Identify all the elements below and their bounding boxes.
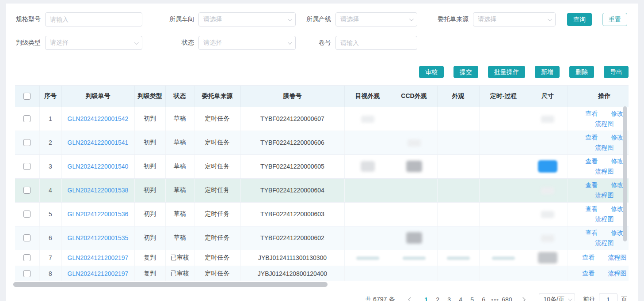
order-no-link[interactable]: GLN20241220001538 bbox=[61, 178, 134, 202]
query-button[interactable]: 查询 bbox=[567, 13, 592, 26]
roll-no-input[interactable] bbox=[340, 39, 412, 46]
col-index: 序号 bbox=[39, 86, 61, 107]
view-link[interactable]: 查看 bbox=[582, 254, 594, 262]
order-no-link[interactable]: GLN20241220001536 bbox=[61, 202, 134, 226]
order-no-link[interactable]: GLN20241220001541 bbox=[61, 131, 134, 154]
next-page-icon[interactable] bbox=[520, 297, 525, 301]
page-number-6[interactable]: 6 bbox=[478, 296, 489, 301]
status-cell: 已审核 bbox=[165, 250, 194, 266]
page-number-3[interactable]: 3 bbox=[443, 296, 455, 301]
view-link[interactable]: 查看 bbox=[585, 229, 598, 237]
row-checkbox[interactable] bbox=[23, 163, 30, 170]
status-select[interactable]: 请选择 bbox=[198, 36, 296, 50]
visual-cell bbox=[344, 178, 391, 202]
flowchart-link[interactable]: 流程图 bbox=[595, 215, 614, 223]
chevron-down-icon bbox=[548, 17, 552, 21]
order-source-placeholder: 请选择 bbox=[478, 15, 545, 23]
flowchart-link[interactable]: 流程图 bbox=[608, 270, 626, 278]
visual-cell bbox=[344, 266, 391, 281]
horizontal-scrollbar[interactable] bbox=[13, 282, 328, 287]
size-cell bbox=[528, 107, 568, 131]
grade-type-label: 判级类型 bbox=[13, 39, 41, 47]
flowchart-link[interactable]: 流程图 bbox=[595, 192, 614, 199]
page-size-select[interactable]: 10条/页 bbox=[539, 293, 575, 301]
page-number-4[interactable]: 4 bbox=[455, 296, 466, 301]
timing-status-blob bbox=[492, 256, 515, 260]
view-link[interactable]: 查看 bbox=[585, 134, 598, 142]
batch-operation-button[interactable]: 批量操作 bbox=[488, 66, 525, 78]
edit-link[interactable]: 修改 bbox=[611, 134, 623, 142]
page-number-last[interactable]: 680 bbox=[501, 296, 513, 301]
row-checkbox[interactable] bbox=[23, 270, 30, 277]
order-no-link[interactable]: GLN20241220001542 bbox=[61, 107, 134, 131]
view-link[interactable]: 查看 bbox=[582, 270, 594, 278]
row-checkbox[interactable] bbox=[23, 139, 30, 146]
row-checkbox[interactable] bbox=[23, 187, 30, 194]
page-ellipsis[interactable]: ••• bbox=[489, 296, 501, 301]
edit-link[interactable]: 修改 bbox=[611, 205, 623, 213]
ccd-cell bbox=[391, 202, 437, 226]
status-label: 状态 bbox=[167, 39, 194, 47]
appearance-cell bbox=[437, 178, 479, 202]
view-link[interactable]: 查看 bbox=[585, 205, 598, 213]
edit-link[interactable]: 修改 bbox=[611, 110, 623, 118]
vertical-scrollbar[interactable] bbox=[623, 106, 627, 241]
col-operation: 操作 bbox=[568, 86, 629, 107]
roll-no-cell: TYBF02241220000607 bbox=[240, 107, 344, 131]
flowchart-link[interactable]: 流程图 bbox=[595, 168, 614, 176]
size-cell bbox=[528, 154, 568, 178]
page-number-5[interactable]: 5 bbox=[466, 296, 478, 301]
workshop-select[interactable]: 请选择 bbox=[198, 12, 296, 26]
spec-model-label: 规格型号 bbox=[13, 15, 41, 23]
flowchart-link[interactable]: 流程图 bbox=[608, 254, 626, 262]
goto-page-input[interactable] bbox=[599, 293, 617, 301]
order-no-link[interactable]: GLN20241212002197 bbox=[61, 250, 134, 266]
edit-link[interactable]: 修改 bbox=[611, 181, 623, 189]
source-cell: 定时任务 bbox=[194, 202, 240, 226]
order-source-select[interactable]: 请选择 bbox=[473, 12, 556, 26]
export-button[interactable]: 导出 bbox=[604, 66, 629, 78]
goto-page: 前往 页 bbox=[583, 293, 627, 301]
flowchart-link[interactable]: 流程图 bbox=[595, 239, 614, 247]
view-link[interactable]: 查看 bbox=[585, 110, 598, 118]
order-no-link[interactable]: GLN20241220001535 bbox=[61, 226, 134, 250]
page-number-1[interactable]: 1 bbox=[420, 296, 432, 301]
production-line-select[interactable]: 请选择 bbox=[335, 12, 417, 26]
filter-production-line: 所属产线 请选择 bbox=[304, 12, 417, 26]
audit-button[interactable]: 审核 bbox=[419, 66, 444, 78]
visual-status-blob bbox=[361, 161, 375, 172]
ccd-cell bbox=[391, 266, 437, 281]
edit-link[interactable]: 修改 bbox=[611, 229, 623, 237]
spec-model-input[interactable] bbox=[50, 16, 137, 23]
page-number-2[interactable]: 2 bbox=[432, 296, 443, 301]
search-button-group: 查询 重置 bbox=[567, 13, 629, 26]
grade-type-select[interactable]: 请选择 bbox=[45, 36, 142, 50]
edit-link[interactable]: 修改 bbox=[611, 158, 623, 166]
select-all-checkbox[interactable] bbox=[23, 93, 30, 100]
row-checkbox[interactable] bbox=[23, 211, 30, 218]
ccd-status-blob bbox=[406, 232, 422, 244]
flowchart-link[interactable]: 流程图 bbox=[595, 144, 614, 152]
chevron-down-icon bbox=[409, 17, 414, 21]
grade-type-cell: 初判 bbox=[134, 226, 165, 250]
row-checkbox[interactable] bbox=[23, 115, 30, 122]
delete-button[interactable]: 删除 bbox=[569, 66, 594, 78]
appearance-cell bbox=[437, 202, 479, 226]
flowchart-link[interactable]: 流程图 bbox=[595, 120, 614, 128]
add-button[interactable]: 新增 bbox=[535, 66, 560, 78]
row-checkbox[interactable] bbox=[23, 234, 30, 241]
reset-button[interactable]: 重置 bbox=[602, 13, 627, 26]
pagination: 共 6797 条 123456•••680 10条/页 前往 页 bbox=[6, 287, 638, 301]
order-no-link[interactable]: GLN20241220001540 bbox=[61, 154, 134, 178]
submit-button[interactable]: 提交 bbox=[453, 66, 478, 78]
view-link[interactable]: 查看 bbox=[585, 181, 598, 189]
prev-page-icon[interactable] bbox=[408, 297, 413, 301]
size-cell bbox=[528, 202, 568, 226]
operation-cell: 查看修改流程图 bbox=[568, 107, 629, 131]
order-no-link[interactable]: GLN20241212002197 bbox=[61, 266, 134, 281]
size-status-blob bbox=[538, 160, 557, 173]
row-checkbox[interactable] bbox=[23, 254, 30, 261]
view-link[interactable]: 查看 bbox=[585, 158, 598, 166]
data-table-wrap: 序号 判级单号 判级类型 状态 委托单来源 膜卷号 目视外观 CCD外观 外观 … bbox=[15, 85, 629, 281]
filter-workshop: 所属车间 请选择 bbox=[167, 12, 296, 26]
